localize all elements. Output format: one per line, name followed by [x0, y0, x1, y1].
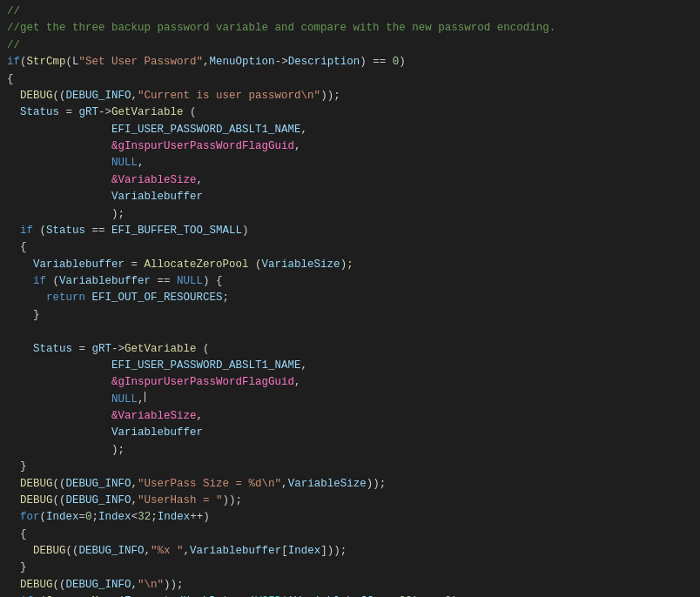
code-line-23: &gInspurUserPassWordFlagGuid, — [0, 374, 700, 391]
code-editor: // //get the three backup password varia… — [0, 0, 700, 597]
code-line-1: // — [0, 3, 700, 20]
code-line-16: Variablebuffer = AllocateZeroPool (Varia… — [0, 257, 700, 273]
code-line-33: DEBUG((DEBUG_INFO,"%x ",Variablebuffer[I… — [0, 543, 700, 560]
code-line-30: DEBUG((DEBUG_INFO,"UserHash = ")); — [0, 493, 700, 509]
code-line-5: { — [0, 71, 700, 88]
code-line-15: { — [0, 239, 700, 256]
code-line-31: for(Index=0;Index<32;Index++) — [0, 509, 700, 526]
code-line-35: DEBUG((DEBUG_INFO,"\n")); — [0, 577, 700, 594]
code-line-14: if (Status == EFI_BUFFER_TOO_SMALL) — [0, 223, 700, 239]
code-line-19: } — [0, 307, 700, 324]
code-line-26: Variablebuffer — [0, 425, 700, 441]
code-line-11: &VariableSize, — [0, 172, 700, 189]
code-line-6: DEBUG((DEBUG_INFO,"Current is user passw… — [0, 88, 700, 104]
code-line-3: // — [0, 37, 700, 54]
code-line-9: &gInspurUserPassWordFlagGuid, — [0, 138, 700, 155]
code-line-21: Status = gRT->GetVariable ( — [0, 341, 700, 358]
code-line-7: Status = gRT->GetVariable ( — [0, 104, 700, 121]
code-line-10: NULL, — [0, 155, 700, 171]
cursor — [145, 392, 145, 403]
code-line-8: EFI_USER_PASSWORD_ABSLT1_NAME, — [0, 122, 700, 138]
code-line-36: if (CompareMem (EncryptedHashData, (VOID… — [0, 594, 700, 597]
code-line-22: EFI_USER_PASSWORD_ABSLT1_NAME, — [0, 358, 700, 374]
code-line-12: Variablebuffer — [0, 189, 700, 205]
code-line-18: return EFI_OUT_OF_RESOURCES; — [0, 290, 700, 306]
code-line-27: ); — [0, 442, 700, 459]
code-line-24: NULL, — [0, 392, 700, 408]
code-line-29: DEBUG((DEBUG_INFO,"UserPass Size = %d\n"… — [0, 476, 700, 493]
code-line-20 — [0, 324, 700, 340]
code-line-28: } — [0, 459, 700, 475]
code-line-17: if (Variablebuffer == NULL) { — [0, 273, 700, 290]
code-line-25: &VariableSize, — [0, 408, 700, 425]
code-line-32: { — [0, 527, 700, 543]
code-line-34: } — [0, 560, 700, 576]
code-line-2: //get the three backup password variable… — [0, 20, 700, 37]
code-line-4: if(StrCmp(L"Set User Password",MenuOptio… — [0, 54, 700, 70]
code-line-13: ); — [0, 206, 700, 223]
